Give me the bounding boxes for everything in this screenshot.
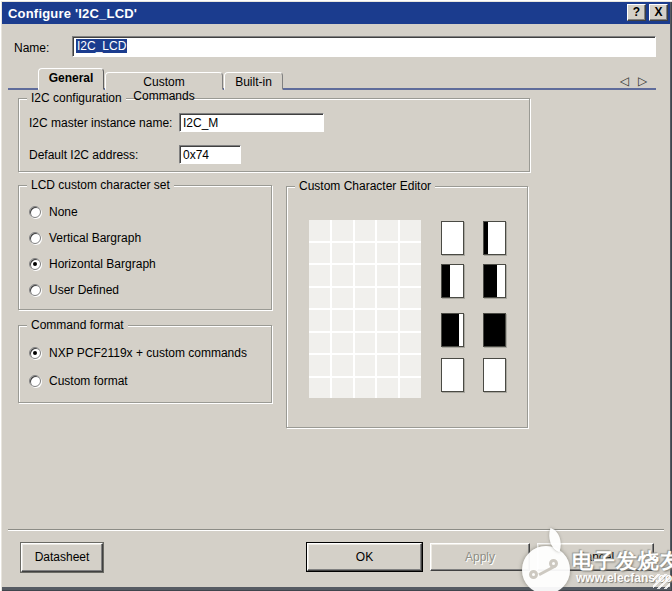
watermark-site-text: www.elecfans.com	[576, 571, 672, 585]
radio-label: None	[49, 205, 78, 219]
pixel-cell[interactable]	[377, 378, 398, 399]
custom-character-editor-group: Custom Character Editor	[286, 186, 528, 428]
lcd-charset-group-title: LCD custom character set	[27, 178, 174, 192]
ok-button[interactable]: OK	[307, 543, 422, 571]
pixel-cell[interactable]	[355, 355, 376, 376]
close-icon[interactable]: X	[649, 4, 668, 21]
pixel-cell[interactable]	[400, 333, 421, 354]
character-preview-tile[interactable]	[483, 221, 506, 255]
footer-separator	[8, 529, 664, 531]
pixel-cell[interactable]	[332, 333, 353, 354]
tab-general[interactable]: General	[38, 68, 104, 90]
pixel-cell[interactable]	[355, 220, 376, 241]
pixel-cell[interactable]	[309, 288, 330, 309]
radio-icon[interactable]	[29, 232, 41, 244]
tab-scroll-right-icon[interactable]: ▷	[638, 74, 647, 88]
pixel-cell[interactable]	[332, 243, 353, 264]
radio-icon[interactable]	[29, 347, 41, 359]
window-title: Configure 'I2C_LCD'	[8, 6, 137, 21]
radio-icon[interactable]	[29, 375, 41, 387]
pixel-cell[interactable]	[355, 265, 376, 286]
name-input-selected-text: I2C_LCD	[76, 39, 127, 53]
cancel-button[interactable]: Cancel	[537, 543, 654, 571]
pixel-cell[interactable]	[400, 378, 421, 399]
custom-character-editor-title: Custom Character Editor	[295, 179, 435, 193]
pixel-cell[interactable]	[400, 243, 421, 264]
pixel-cell[interactable]	[355, 243, 376, 264]
default-i2c-address-label: Default I2C address:	[29, 148, 138, 162]
i2c-configuration-group: I2C configuration I2C master instance na…	[18, 98, 530, 172]
configure-dialog: Configure 'I2C_LCD' ? X Name: I2C_LCD Ge…	[0, 0, 672, 591]
character-preview-tile[interactable]	[441, 313, 464, 347]
radio-charset-user-defined[interactable]: User Defined	[29, 282, 119, 298]
corner-hatch-decoration	[653, 574, 670, 589]
name-input[interactable]: I2C_LCD	[72, 36, 656, 57]
radio-label: Custom format	[49, 374, 128, 388]
pixel-editor-grid[interactable]	[309, 220, 421, 398]
pixel-cell[interactable]	[332, 288, 353, 309]
radio-icon[interactable]	[29, 206, 41, 218]
radio-charset-none[interactable]: None	[29, 204, 78, 220]
default-i2c-address-value: 0x74	[183, 148, 209, 162]
help-button[interactable]: ?	[627, 4, 646, 21]
command-format-group: Command format NXP PCF2119x + custom com…	[18, 325, 272, 403]
radio-format-custom-format[interactable]: Custom format	[29, 373, 128, 389]
i2c-configuration-group-title: I2C configuration	[27, 91, 126, 105]
radio-charset-vertical-bargraph[interactable]: Vertical Bargraph	[29, 230, 141, 246]
apply-button: Apply	[430, 543, 530, 571]
pixel-cell[interactable]	[377, 333, 398, 354]
radio-label: NXP PCF2119x + custom commands	[49, 346, 247, 360]
character-preview-tile[interactable]	[441, 221, 464, 255]
pixel-cell[interactable]	[377, 355, 398, 376]
pixel-cell[interactable]	[332, 378, 353, 399]
pixel-cell[interactable]	[355, 378, 376, 399]
radio-icon[interactable]	[29, 258, 41, 270]
character-preview-tile[interactable]	[441, 358, 464, 392]
pixel-cell[interactable]	[400, 310, 421, 331]
i2c-master-instance-label: I2C master instance name:	[29, 116, 172, 130]
pixel-cell[interactable]	[355, 288, 376, 309]
radio-label: User Defined	[49, 283, 119, 297]
character-preview-tile[interactable]	[483, 264, 506, 298]
pixel-cell[interactable]	[400, 220, 421, 241]
pixel-cell[interactable]	[377, 310, 398, 331]
pixel-cell[interactable]	[309, 265, 330, 286]
default-i2c-address-input[interactable]: 0x74	[179, 145, 241, 164]
tab-custom-commands[interactable]: Custom Commands	[105, 72, 223, 90]
tab-scroll-left-icon[interactable]: ◁	[620, 74, 629, 88]
radio-label: Vertical Bargraph	[49, 231, 141, 245]
character-preview-tile[interactable]	[483, 313, 506, 347]
pixel-cell[interactable]	[332, 265, 353, 286]
pixel-cell[interactable]	[355, 310, 376, 331]
command-format-group-title: Command format	[27, 318, 128, 332]
pixel-cell[interactable]	[309, 220, 330, 241]
pixel-cell[interactable]	[400, 288, 421, 309]
i2c-master-instance-input[interactable]: I2C_M	[179, 113, 324, 132]
character-preview-tile[interactable]	[441, 264, 464, 298]
pixel-cell[interactable]	[309, 333, 330, 354]
pixel-cell[interactable]	[309, 378, 330, 399]
lcd-charset-group: LCD custom character set NoneVertical Ba…	[18, 185, 272, 310]
pixel-cell[interactable]	[400, 355, 421, 376]
datasheet-button[interactable]: Datasheet	[21, 543, 103, 572]
pixel-cell[interactable]	[400, 265, 421, 286]
pixel-cell[interactable]	[309, 355, 330, 376]
pixel-cell[interactable]	[309, 310, 330, 331]
radio-format-nxp-pcf2119x-custom-commands[interactable]: NXP PCF2119x + custom commands	[29, 345, 247, 361]
pixel-cell[interactable]	[377, 288, 398, 309]
pixel-cell[interactable]	[377, 220, 398, 241]
pixel-cell[interactable]	[332, 355, 353, 376]
pixel-cell[interactable]	[355, 333, 376, 354]
title-bar[interactable]: Configure 'I2C_LCD'	[2, 2, 670, 24]
radio-icon[interactable]	[29, 284, 41, 296]
tab-built-in[interactable]: Built-in	[224, 72, 283, 90]
pixel-cell[interactable]	[332, 220, 353, 241]
pixel-cell[interactable]	[309, 243, 330, 264]
pixel-cell[interactable]	[377, 243, 398, 264]
radio-charset-horizontal-bargraph[interactable]: Horizontal Bargraph	[29, 256, 156, 272]
i2c-master-instance-value: I2C_M	[183, 116, 218, 130]
pixel-cell[interactable]	[332, 310, 353, 331]
name-label: Name:	[14, 41, 49, 55]
character-preview-tile[interactable]	[483, 358, 506, 392]
pixel-cell[interactable]	[377, 265, 398, 286]
